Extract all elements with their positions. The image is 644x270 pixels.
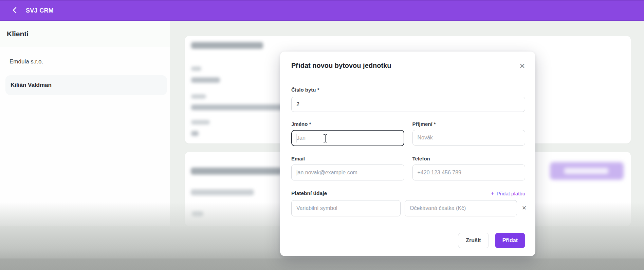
cancel-button[interactable]: Zrušit bbox=[458, 233, 489, 248]
back-button[interactable] bbox=[10, 6, 20, 16]
blurred-text-bar bbox=[191, 77, 220, 83]
blurred-text-bar bbox=[192, 211, 203, 217]
unit-number-input[interactable] bbox=[291, 97, 525, 112]
phone-label: Telefon bbox=[412, 156, 526, 162]
app-title: SVJ CRM bbox=[26, 7, 54, 14]
back-chevron-icon bbox=[12, 7, 17, 15]
sidebar: Klienti Emdula s.r.o. Kilián Valdman bbox=[0, 21, 170, 226]
modal-title: Přidat novou bytovou jednotku bbox=[291, 61, 391, 70]
add-payment-link[interactable]: + Přidat platbu bbox=[491, 190, 525, 197]
blurred-text-bar bbox=[191, 131, 199, 136]
add-unit-modal: Přidat novou bytovou jednotku ✕ Číslo by… bbox=[280, 52, 535, 256]
unit-number-label: Číslo bytu * bbox=[291, 87, 525, 93]
blurred-text-bar bbox=[191, 189, 254, 195]
email-label: Email bbox=[291, 156, 404, 162]
client-list: Emdula s.r.o. Kilián Valdman bbox=[0, 47, 170, 95]
blurred-text-bar bbox=[191, 104, 286, 110]
blurred-text-bar bbox=[191, 66, 201, 71]
add-unit-button-blurred[interactable] bbox=[550, 162, 624, 180]
email-input[interactable] bbox=[291, 165, 404, 180]
blurred-text-bar bbox=[191, 120, 210, 124]
blurred-text-bar bbox=[191, 42, 263, 49]
blurred-button-label bbox=[564, 168, 608, 174]
sidebar-header: Klienti bbox=[0, 21, 170, 47]
client-item-label: Emdula s.r.o. bbox=[10, 58, 43, 65]
remove-payment-icon[interactable]: ✕ bbox=[520, 204, 529, 213]
app-header: SVJ CRM bbox=[0, 0, 644, 21]
client-item-label: Kilián Valdman bbox=[11, 82, 52, 89]
blurred-text-bar bbox=[191, 94, 206, 99]
footer-divider bbox=[290, 225, 526, 225]
text-caret bbox=[296, 134, 296, 142]
first-name-input[interactable] bbox=[291, 130, 404, 146]
add-payment-label: Přidat platbu bbox=[497, 191, 525, 196]
sidebar-item-kilian-valdman[interactable]: Kilián Valdman bbox=[5, 75, 167, 95]
sidebar-heading: Klienti bbox=[7, 30, 29, 38]
phone-input[interactable] bbox=[412, 165, 526, 180]
payment-section-label: Platební údaje bbox=[291, 190, 327, 196]
close-icon[interactable]: ✕ bbox=[519, 62, 525, 70]
sidebar-item-emdula[interactable]: Emdula s.r.o. bbox=[5, 52, 167, 72]
submit-button[interactable]: Přidat bbox=[495, 233, 525, 248]
last-name-input[interactable] bbox=[412, 130, 526, 146]
expected-amount-input[interactable] bbox=[405, 200, 517, 216]
first-name-label: Jméno * bbox=[291, 121, 404, 127]
variable-symbol-input[interactable] bbox=[291, 200, 401, 216]
blurred-text-bar bbox=[191, 168, 282, 175]
plus-icon: + bbox=[491, 190, 494, 197]
last-name-label: Příjmení * bbox=[412, 121, 526, 127]
